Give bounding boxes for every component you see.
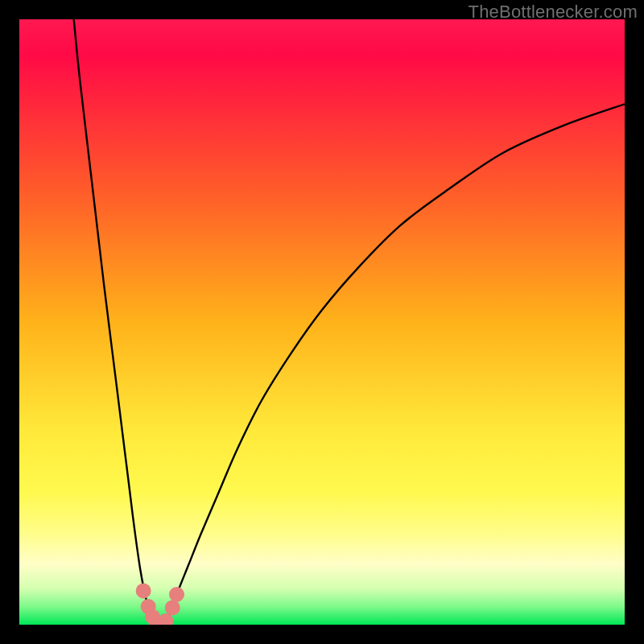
plot-area [19, 19, 625, 625]
gradient-background [19, 19, 625, 625]
sweet-spot-marker [165, 600, 180, 615]
sweet-spot-marker [136, 583, 151, 598]
sweet-spot-marker [169, 587, 184, 602]
plot-svg [19, 19, 625, 625]
chart-frame: TheBottlenecker.com [0, 0, 644, 644]
